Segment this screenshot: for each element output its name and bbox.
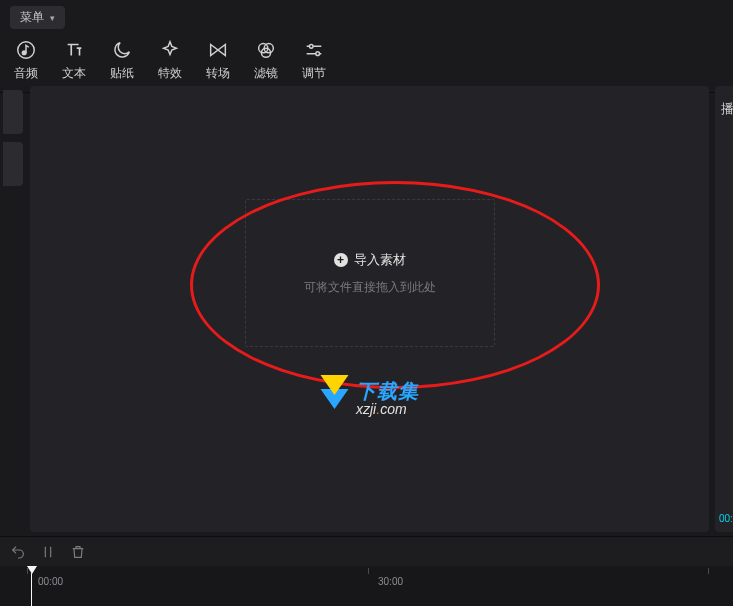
- import-title-row: + 导入素材: [334, 251, 406, 269]
- tab-adjust-label: 调节: [302, 65, 326, 82]
- menu-dropdown-label: 菜单: [20, 9, 44, 26]
- media-panel: + 导入素材 可将文件直接拖入到此处 下载集 xzji.com: [30, 86, 709, 532]
- tab-transition[interactable]: 转场: [206, 39, 230, 82]
- music-note-icon: [15, 39, 37, 61]
- moon-icon: [111, 39, 133, 61]
- venn-icon: [255, 39, 277, 61]
- left-rail: [0, 82, 26, 536]
- undo-icon[interactable]: [10, 544, 26, 560]
- tab-adjust[interactable]: 调节: [302, 39, 326, 82]
- plus-icon: +: [334, 253, 348, 267]
- watermark-text: 下载集 xzji.com: [356, 380, 419, 417]
- timeline-tick: [368, 568, 369, 574]
- import-title: 导入素材: [354, 251, 406, 269]
- tab-transition-label: 转场: [206, 65, 230, 82]
- preview-panel-label: 播: [721, 100, 733, 118]
- tab-audio-label: 音频: [14, 65, 38, 82]
- tab-text[interactable]: 文本: [62, 39, 86, 82]
- tab-effect-label: 特效: [158, 65, 182, 82]
- playhead[interactable]: [27, 566, 37, 574]
- timeline-label: 30:00: [378, 576, 403, 587]
- text-icon: [63, 39, 85, 61]
- menu-bar: 菜单 ▾: [0, 0, 733, 35]
- tab-text-label: 文本: [62, 65, 86, 82]
- delete-icon[interactable]: [70, 544, 86, 560]
- watermark-line2: xzji.com: [356, 402, 419, 417]
- timeline-tick: [27, 568, 28, 574]
- chevron-down-icon: ▾: [50, 13, 55, 23]
- preview-panel: 播 00:0: [715, 86, 733, 532]
- timeline[interactable]: 00:0030:00: [0, 566, 733, 606]
- download-arrow-icon: [320, 389, 348, 409]
- workspace: + 导入素材 可将文件直接拖入到此处 下载集 xzji.com 播 00:0: [0, 82, 733, 536]
- left-rail-tab-2[interactable]: [3, 142, 23, 186]
- svg-point-6: [316, 52, 320, 56]
- tab-filter[interactable]: 滤镜: [254, 39, 278, 82]
- watermark: 下载集 xzji.com: [320, 380, 419, 417]
- timeline-label: 00:00: [38, 576, 63, 587]
- menu-dropdown[interactable]: 菜单 ▾: [10, 6, 65, 29]
- sliders-icon: [303, 39, 325, 61]
- left-rail-tab-1[interactable]: [3, 90, 23, 134]
- sparkle-icon: [159, 39, 181, 61]
- svg-point-5: [309, 45, 313, 49]
- import-drop-zone[interactable]: + 导入素材 可将文件直接拖入到此处: [245, 199, 495, 347]
- watermark-line1: 下载集: [356, 380, 419, 402]
- timeline-toolbar: [0, 536, 733, 566]
- bowtie-icon: [207, 39, 229, 61]
- tab-audio[interactable]: 音频: [14, 39, 38, 82]
- tab-sticker[interactable]: 贴纸: [110, 39, 134, 82]
- tab-sticker-label: 贴纸: [110, 65, 134, 82]
- split-icon[interactable]: [40, 544, 56, 560]
- timeline-tick: [708, 568, 709, 574]
- tab-effect[interactable]: 特效: [158, 39, 182, 82]
- preview-timecode: 00:0: [719, 513, 733, 524]
- import-subtitle: 可将文件直接拖入到此处: [304, 279, 436, 296]
- tab-filter-label: 滤镜: [254, 65, 278, 82]
